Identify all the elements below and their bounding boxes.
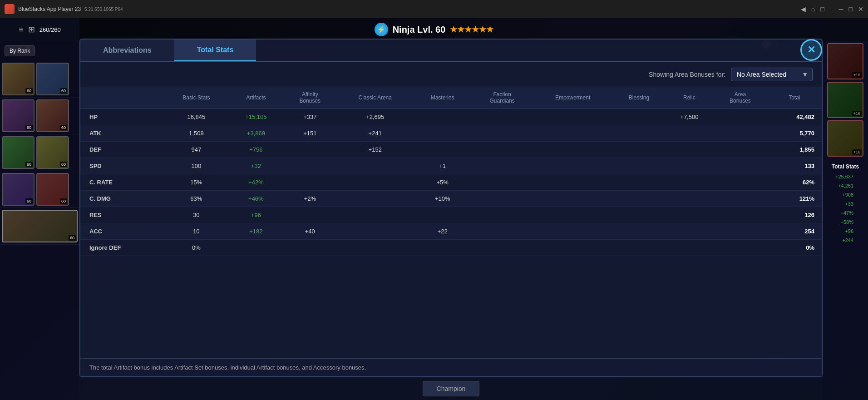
total-val: 0%	[767, 240, 822, 256]
stat-name: ACC	[80, 223, 164, 240]
champion-list: 60 60 60 60 60	[0, 61, 79, 245]
stat-name: ATK	[80, 125, 164, 142]
empowerment-val	[533, 240, 613, 256]
empowerment-val	[533, 223, 613, 240]
tab-abbreviations[interactable]: Abbreviations	[80, 40, 174, 61]
level-badge: 60	[25, 162, 33, 167]
champion-card[interactable]: 60	[36, 63, 69, 95]
grid-icon[interactable]: ⊞	[28, 25, 35, 35]
champion-card[interactable]: 60	[2, 136, 35, 169]
masteries-val: +22	[414, 223, 472, 240]
stat-name: C. DMG	[80, 191, 164, 207]
affinity-val: +2%	[283, 191, 337, 207]
window-close-icon[interactable]: ✕	[858, 5, 863, 13]
restore-icon[interactable]: □	[849, 5, 853, 13]
empowerment-val	[533, 174, 613, 191]
faction-val	[472, 158, 533, 174]
empowerment-val	[533, 191, 613, 207]
app-logo	[5, 4, 15, 14]
col-empowerment: Empowerment	[533, 87, 613, 109]
col-faction: FactionGuardians	[472, 87, 533, 109]
champion-card[interactable]: 60	[2, 173, 35, 206]
masteries-val	[414, 240, 472, 256]
faction-val	[472, 125, 533, 142]
relic-val	[665, 240, 713, 256]
total-val: 126	[767, 207, 822, 223]
bookmark-icon[interactable]: □	[820, 5, 824, 13]
area-bonus-dropdown-wrapper: No Area Selected ▼	[731, 68, 813, 81]
affinity-val: +337	[283, 109, 337, 125]
table-row: ATK 1,509 +3,869 +151 +241 5,770	[80, 125, 822, 142]
champion-row: 60 60	[0, 134, 79, 171]
champion-card[interactable]: 60	[36, 99, 69, 132]
basic-val: 63%	[164, 191, 229, 207]
col-area-bonuses: AreaBonuses	[713, 87, 767, 109]
right-champion-card-3[interactable]: +16	[827, 120, 863, 157]
table-row: ACC 10 +182 +40 +22 254	[80, 223, 822, 240]
blessing-val	[613, 207, 666, 223]
relic-val	[665, 142, 713, 158]
level-badge: 60	[25, 125, 33, 130]
stat-name: Ignore DEF	[80, 240, 164, 256]
right-total-stats-values: +25,637 +4,261 +908 +33 +47% +58% +96 +2…	[835, 172, 855, 245]
stat-val-hp: +25,637	[835, 172, 853, 181]
artifacts-val: +42%	[229, 174, 283, 191]
total-val: 5,770	[767, 125, 822, 142]
total-val: 133	[767, 158, 822, 174]
level-badge: 60	[60, 125, 67, 130]
modal-close-button[interactable]: ✕	[800, 39, 822, 61]
area-val	[713, 174, 767, 191]
champion-card[interactable]: 60	[36, 136, 69, 169]
right-sidebar: +16 +16 +16 Total Stats +25,637 +4,261 +…	[823, 41, 868, 400]
back-icon[interactable]: ◀	[801, 5, 806, 13]
col-classic-arena: Classic Arena	[337, 87, 414, 109]
champion-avatar	[3, 211, 77, 242]
right-champion-card-1[interactable]: +16	[827, 43, 863, 79]
minimize-icon[interactable]: ─	[839, 5, 843, 13]
area-val	[713, 191, 767, 207]
relic-val: +7,500	[665, 109, 713, 125]
artifacts-val: +756	[229, 142, 283, 158]
home-icon[interactable]: ⌂	[811, 5, 815, 13]
artifacts-val: +182	[229, 223, 283, 240]
level-badge: 60	[60, 198, 67, 204]
total-val: 42,482	[767, 109, 822, 125]
classic-val	[337, 240, 414, 256]
champion-card[interactable]: 60	[2, 99, 35, 132]
empowerment-val	[533, 125, 613, 142]
col-total: Total	[767, 87, 822, 109]
basic-val: 947	[164, 142, 229, 158]
ninja-icon: ⚡	[375, 23, 388, 36]
champion-button[interactable]: Champion	[423, 381, 480, 396]
by-rank-button[interactable]: By Rank	[5, 45, 35, 56]
champion-card[interactable]: 60	[36, 173, 69, 206]
app-version: 5.21.650.1065 P64	[84, 7, 123, 12]
top-bar-controls: ◀ ⌂ □ ─ □ ✕	[801, 5, 863, 13]
right-champion-card-2[interactable]: +16	[827, 82, 863, 118]
table-row: SPD 100 +32 +1 133	[80, 158, 822, 174]
level-badge: 60	[25, 88, 33, 94]
menu-icon[interactable]: ≡	[19, 25, 24, 35]
faction-val	[472, 191, 533, 207]
champion-card[interactable]: 60	[2, 210, 78, 242]
relic-val	[665, 158, 713, 174]
area-val	[713, 109, 767, 125]
empowerment-val	[533, 142, 613, 158]
basic-val: 30	[164, 207, 229, 223]
champion-card[interactable]: 60	[2, 63, 35, 95]
stat-name: DEF	[80, 142, 164, 158]
artifacts-val: +3,869	[229, 125, 283, 142]
header-left: ≡ ⊞ 260/260	[0, 18, 79, 41]
stat-name: C. RATE	[80, 174, 164, 191]
masteries-val	[414, 142, 472, 158]
header-row: Basic Stats Artifacts AffinityBonuses Cl…	[80, 87, 822, 109]
stat-name: SPD	[80, 158, 164, 174]
basic-val: 0%	[164, 240, 229, 256]
affinity-val	[283, 174, 337, 191]
relic-val	[665, 191, 713, 207]
area-bonus-select[interactable]: No Area Selected	[731, 68, 813, 81]
tab-total-stats[interactable]: Total Stats	[174, 40, 256, 61]
champion-row: 60 60	[0, 61, 79, 98]
area-val	[713, 125, 767, 142]
relic-val	[665, 174, 713, 191]
